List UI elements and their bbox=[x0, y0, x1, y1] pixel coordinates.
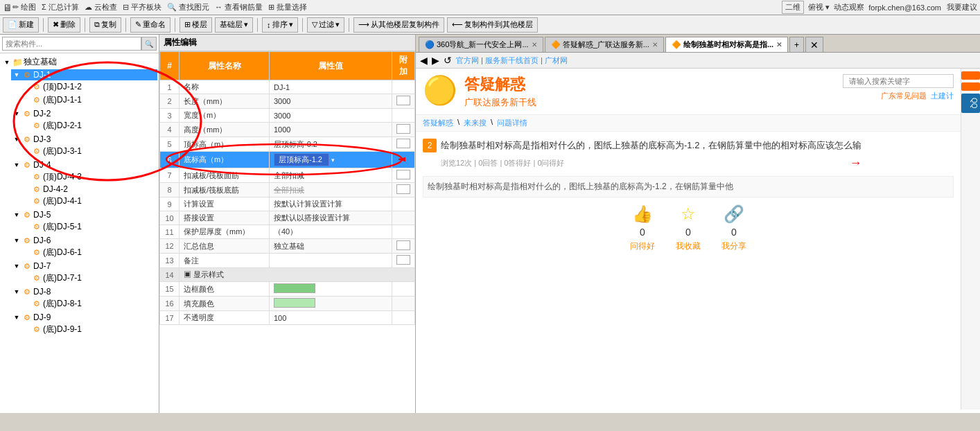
tree-root[interactable]: ▼ 📁 独立基础 bbox=[1, 55, 157, 69]
tree-item-dj6[interactable]: ▼ ⚙ DJ-6 bbox=[11, 235, 157, 246]
table-row[interactable]: 3 宽度（m） 3000 bbox=[160, 109, 415, 123]
tree-item-dj2[interactable]: ▼ ⚙ DJ-2 bbox=[11, 108, 157, 119]
new-button[interactable]: 📄 新建 bbox=[3, 17, 39, 33]
nav-link-answer[interactable]: 答疑解惑 bbox=[423, 118, 453, 128]
table-row[interactable]: 1 名称 DJ-1 bbox=[160, 80, 415, 94]
checkbox[interactable] bbox=[396, 96, 410, 105]
tujian-link[interactable]: 土建计 bbox=[931, 91, 954, 101]
tab-close-draw[interactable]: ✕ bbox=[776, 41, 782, 49]
tree-item-dj4[interactable]: ▼ ⚙ DJ-4 bbox=[11, 159, 157, 170]
tab-close-answer[interactable]: ✕ bbox=[652, 41, 658, 49]
tree-item-dj4-3[interactable]: ⚙ (顶)DJ-4-3 bbox=[21, 170, 157, 184]
tree-item-dj9[interactable]: ▼ ⚙ DJ-9 bbox=[11, 312, 157, 323]
toolbar-icon-draw[interactable]: ✏ 绘图 bbox=[12, 2, 36, 12]
tab-answer[interactable]: 🔶 答疑解惑_广联达服务新... ✕ bbox=[545, 37, 664, 52]
tree-item-dj8[interactable]: ▼ ⚙ DJ-8 bbox=[11, 286, 157, 297]
toolbar-icon-cloud[interactable]: ☁ 云检查 bbox=[85, 2, 117, 12]
search-input[interactable] bbox=[2, 37, 141, 51]
rename-button[interactable]: ✎ 重命名 bbox=[130, 17, 170, 33]
base-layer-button[interactable]: 基础层 ▾ bbox=[215, 17, 253, 33]
refresh-btn[interactable]: ↺ bbox=[444, 55, 452, 66]
table-row[interactable]: 7 扣减板/筏板面筋 全部扣减 bbox=[160, 168, 415, 183]
toolbar-icon-batch[interactable]: ⊞ 批量选择 bbox=[268, 2, 307, 12]
like-icon: 👍 bbox=[632, 204, 653, 224]
tab-draw[interactable]: 🔶 绘制独基时相对标高是指... ✕ bbox=[665, 37, 788, 52]
table-row[interactable]: 12 汇总信息 独立基础 bbox=[160, 239, 415, 254]
table-row-selected[interactable]: 6 底标高（m） 层顶标高-1.2 ▾ bbox=[160, 152, 415, 168]
table-row[interactable]: 15 边框颜色 bbox=[160, 282, 415, 297]
follow-btn[interactable]: 关注我们 bbox=[961, 82, 980, 91]
prop-value-input[interactable]: 层顶标高-1.2 bbox=[274, 153, 329, 166]
table-row[interactable]: 5 顶标高（m） 层顶标高-0.2 bbox=[160, 137, 415, 152]
filter-button[interactable]: ▽ 过滤 ▾ bbox=[307, 17, 344, 33]
copy-from-button[interactable]: ⟶ 从其他楼层复制构件 bbox=[353, 17, 444, 33]
checkbox[interactable] bbox=[396, 255, 410, 265]
tree-item-dj9-1[interactable]: ⚙ (底)DJ-9-1 bbox=[21, 323, 157, 336]
view-dynamic[interactable]: 动态观察 bbox=[834, 2, 864, 12]
action-share[interactable]: 🔗 0 我分享 bbox=[721, 204, 746, 252]
nav-link-search[interactable]: 来来搜 bbox=[464, 118, 487, 128]
delete-button[interactable]: ✖ 删除 bbox=[48, 17, 80, 33]
checkbox[interactable] bbox=[396, 240, 410, 250]
search-input-right[interactable] bbox=[843, 74, 954, 88]
gear-icon-dj7-1: ⚙ bbox=[32, 274, 42, 283]
toolbar-icon-rebar[interactable]: ↔ 查看钢筋量 bbox=[215, 2, 263, 12]
tree-item-dj3[interactable]: ▼ ⚙ DJ-3 bbox=[11, 134, 157, 145]
table-row[interactable]: 17 不透明度 100 bbox=[160, 311, 415, 325]
layers-button[interactable]: ⊞ 楼层 bbox=[180, 17, 212, 33]
toolbar-icon-calc[interactable]: Σ 汇总计算 bbox=[42, 2, 79, 12]
tab-360[interactable]: 🔵 360导航_新一代安全上网... ✕ bbox=[419, 37, 543, 52]
add-tab-button[interactable]: + bbox=[789, 37, 804, 52]
action-star[interactable]: ☆ 0 我收藏 bbox=[676, 204, 701, 252]
tab-close-360[interactable]: ✕ bbox=[532, 41, 537, 49]
toolbar-icon-align[interactable]: ⊟ 平齐板块 bbox=[123, 2, 161, 12]
tree-item-dj5[interactable]: ▼ ⚙ DJ-5 bbox=[11, 209, 157, 220]
copy-to-button[interactable]: ⟵ 复制构件到其他楼层 bbox=[447, 17, 538, 33]
nav-link-detail[interactable]: 问题详情 bbox=[497, 118, 527, 128]
table-row[interactable]: 4 高度（mm） 1000 bbox=[160, 123, 415, 137]
sort-button[interactable]: ↕ 排序 ▾ bbox=[262, 17, 298, 33]
view-top[interactable]: 俯视 ▾ bbox=[808, 2, 830, 12]
tree-item-dj6-1[interactable]: ⚙ (底)DJ-6-1 bbox=[21, 246, 157, 259]
close-browser-button[interactable]: ✕ bbox=[805, 37, 823, 52]
tab-icon-360: 🔵 bbox=[425, 40, 435, 49]
forward-btn[interactable]: ▶ bbox=[432, 55, 439, 66]
back-btn[interactable]: ◀ bbox=[420, 55, 428, 66]
checkbox[interactable] bbox=[396, 139, 410, 148]
view-2d[interactable]: 二维 bbox=[782, 1, 804, 14]
tree-item-dj1[interactable]: ▼ ⚙ DJ-1 bbox=[11, 69, 157, 80]
color-swatch-border[interactable] bbox=[274, 283, 315, 293]
table-row[interactable]: 8 扣减板/筏板底筋 全部扣减 bbox=[160, 183, 415, 197]
tree-item-dj4-1[interactable]: ⚙ (底)DJ-4-1 bbox=[21, 195, 157, 208]
tree-item-dj5-1[interactable]: ⚙ (底)DJ-5-1 bbox=[21, 220, 157, 234]
table-row[interactable]: 2 长度（mm） 3000 bbox=[160, 94, 415, 109]
checkbox[interactable] bbox=[396, 184, 410, 194]
tree-item-dj1-1[interactable]: ⚙ (底)DJ-1-1 bbox=[21, 94, 157, 107]
table-row[interactable]: 16 填充颜色 bbox=[160, 297, 415, 311]
qq-btn[interactable]: QQ bbox=[961, 94, 980, 113]
tree-item-dj7-1[interactable]: ⚙ (底)DJ-7-1 bbox=[21, 272, 157, 285]
dropdown-icon[interactable]: ▾ bbox=[331, 157, 335, 164]
table-row[interactable]: 10 搭接设置 按默认以搭接设置计算 bbox=[160, 211, 415, 225]
guangdong-link[interactable]: 广东常见问题 bbox=[881, 91, 927, 101]
tree-item-dj7[interactable]: ▼ ⚙ DJ-7 bbox=[11, 261, 157, 272]
checkbox[interactable] bbox=[396, 170, 410, 179]
suggest-btn[interactable]: 我要建议 bbox=[947, 2, 977, 12]
tree-item-dj2-1[interactable]: ⚙ (底)DJ-2-1 bbox=[21, 119, 157, 132]
table-row[interactable]: 9 计算设置 按默认计算设置计算 bbox=[160, 197, 415, 211]
toolbar-icon-find[interactable]: 🔍 查找图元 bbox=[167, 2, 209, 12]
action-like[interactable]: 👍 0 问得好 bbox=[630, 204, 655, 252]
checkbox[interactable] bbox=[396, 124, 410, 134]
copy-button[interactable]: ⧉ 复制 bbox=[89, 17, 121, 33]
table-row[interactable]: 11 保护层厚度（mm） （40） bbox=[160, 225, 415, 239]
answer-text: 绘制独基时相对标高是指相对什么的，图纸上独基的底标高为-1.2，在钢筋算量中他 bbox=[423, 176, 954, 197]
gear-icon-dj5: ⚙ bbox=[22, 210, 32, 220]
tree-item-dj4-2[interactable]: ⚙ DJ-4-2 bbox=[21, 184, 157, 195]
color-swatch-fill[interactable] bbox=[274, 298, 315, 308]
tree-item-dj8-1[interactable]: ⚙ (底)DJ-8-1 bbox=[21, 297, 157, 310]
search-button[interactable]: 🔍 bbox=[141, 37, 157, 51]
table-row[interactable]: 13 备注 bbox=[160, 254, 415, 268]
tree-item-dj3-1[interactable]: ⚙ (底)DJ-3-1 bbox=[21, 145, 157, 158]
tree-item-dj1-2[interactable]: ⚙ (顶)DJ-1-2 bbox=[21, 80, 157, 94]
feedback-btn[interactable]: 意见反馈 bbox=[961, 71, 980, 80]
